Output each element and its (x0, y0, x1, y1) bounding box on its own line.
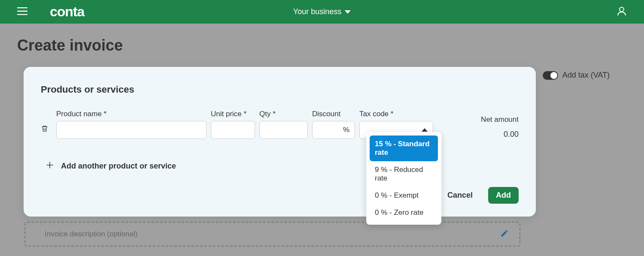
discount-suffix: % (343, 126, 355, 134)
tax-option-reduced[interactable]: 9 % - Reduced rate (370, 161, 438, 187)
qty-field: Qty * (259, 110, 308, 139)
net-amount-label: Net amount (471, 115, 519, 124)
user-icon[interactable] (617, 6, 627, 18)
modal-title: Products or services (41, 84, 519, 95)
toggle-knob (550, 72, 557, 79)
tax-option-zero[interactable]: 0 % - Zero rate (370, 204, 438, 221)
net-amount-column: Net amount 0.00 (471, 115, 519, 139)
business-selector[interactable]: Your business (293, 7, 351, 16)
invoice-description-placeholder: Invoice description (optional) (45, 230, 137, 238)
tax-toggle-label: Add tax (VAT) (562, 71, 610, 80)
modal-footer: Cancel Add (41, 187, 519, 204)
unit-price-label: Unit price * (211, 110, 255, 118)
tax-code-label: Tax code * (359, 110, 433, 118)
tax-option-exempt[interactable]: 0 % - Exempt (370, 187, 438, 204)
qty-input[interactable] (259, 121, 308, 139)
invoice-description-box[interactable]: Invoice description (optional) (24, 222, 520, 247)
tax-code-dropdown: 15 % - Standard rate 9 % - Reduced rate … (366, 132, 441, 225)
product-row: Product name * Unit price * Qty * Discou… (41, 110, 519, 139)
plus-icon (46, 160, 54, 172)
page-title: Create invoice (17, 36, 627, 54)
menu-icon[interactable] (17, 7, 27, 17)
trash-icon[interactable] (41, 124, 49, 135)
header-left: conta (17, 4, 84, 20)
tax-toggle[interactable] (543, 71, 558, 80)
app-header: conta Your business (0, 0, 644, 24)
product-name-field: Product name * (56, 110, 207, 139)
product-name-input[interactable] (56, 121, 207, 139)
product-name-label: Product name * (56, 110, 207, 118)
unit-price-input[interactable] (211, 121, 255, 139)
discount-label: Discount (312, 110, 355, 118)
page-body: Create invoice (0, 24, 644, 67)
product-modal: Products or services Product name * Unit… (24, 67, 536, 217)
cancel-button[interactable]: Cancel (447, 191, 473, 200)
discount-input-wrap: % (312, 121, 355, 139)
add-another-label: Add another product or service (61, 162, 176, 171)
svg-point-0 (620, 7, 624, 12)
tax-toggle-row: Add tax (VAT) (543, 71, 610, 80)
add-another-button[interactable]: Add another product or service (41, 160, 519, 172)
business-label: Your business (293, 7, 341, 16)
tax-option-standard[interactable]: 15 % - Standard rate (370, 136, 438, 161)
unit-price-field: Unit price * (211, 110, 255, 139)
logo: conta (50, 4, 84, 20)
net-amount-value: 0.00 (471, 130, 519, 139)
caret-down-icon (345, 10, 351, 14)
discount-input[interactable] (315, 121, 343, 139)
pencil-icon[interactable] (500, 229, 509, 239)
qty-label: Qty * (259, 110, 308, 118)
caret-up-icon (422, 128, 428, 132)
discount-field: Discount % (312, 110, 355, 139)
add-button[interactable]: Add (488, 187, 519, 204)
